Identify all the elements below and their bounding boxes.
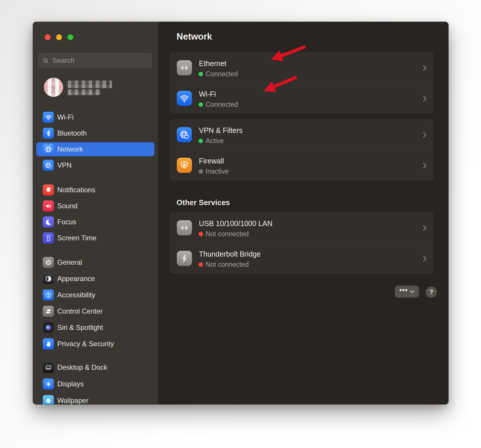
thunderbolt-bridge-row[interactable]: Thunderbolt Bridge Not connected <box>170 243 433 274</box>
ethernet-row[interactable]: Ethernet Connected <box>170 53 433 83</box>
control-center-icon <box>43 306 54 317</box>
sidebar-item-accessibility[interactable]: Accessibility <box>36 288 154 302</box>
sidebar-item-label: Wallpaper <box>57 397 88 404</box>
sidebar-item-control-center[interactable]: Control Center <box>36 304 154 318</box>
row-title: VPN & Filters <box>199 126 243 135</box>
other-services-card: USB 10/100/1000 LAN Not connected Thunde… <box>170 212 433 273</box>
sidebar-item-desktop-dock[interactable]: Desktop & Dock <box>36 360 154 374</box>
sidebar-item-wifi[interactable]: Wi-Fi <box>36 110 154 124</box>
sidebar-item-label: Wi-Fi <box>57 113 74 121</box>
sidebar-item-label: Appearance <box>57 275 95 283</box>
sidebar-item-bluetooth[interactable]: Bluetooth <box>36 126 154 140</box>
wifi-icon <box>43 112 54 123</box>
question-mark-icon: ? <box>429 288 433 296</box>
status-text: Not connected <box>206 261 249 269</box>
page-title: Network <box>177 31 212 42</box>
vpn-filters-icon <box>177 127 192 142</box>
thunderbolt-icon <box>177 251 192 266</box>
sidebar-item-focus[interactable]: Focus <box>36 215 154 229</box>
traffic-light-zoom-button[interactable] <box>67 34 73 40</box>
vpn-filters-row[interactable]: VPN & Filters Active <box>170 120 433 150</box>
other-services-heading: Other Services <box>177 198 230 207</box>
sound-speaker-icon <box>43 200 54 211</box>
sidebar-item-label: VPN <box>57 161 72 169</box>
sidebar-item-wallpaper[interactable]: Wallpaper <box>36 394 154 404</box>
system-settings-window: Wi-Fi Bluetooth Network VPN <box>33 22 448 404</box>
traffic-light-minimize-button[interactable] <box>56 34 62 40</box>
chevron-down-icon <box>410 290 414 293</box>
row-status: Inactive <box>199 168 229 175</box>
chevron-right-icon <box>423 255 427 262</box>
sidebar-item-label: Network <box>57 145 83 153</box>
traffic-light-close-button[interactable] <box>45 34 51 40</box>
sidebar-item-label: Accessibility <box>57 291 95 299</box>
sidebar-item-privacy-security[interactable]: Privacy & Security <box>36 337 154 351</box>
chevron-right-icon <box>423 65 427 71</box>
displays-sun-icon <box>43 378 54 390</box>
search-icon <box>43 58 49 64</box>
usb-lan-row[interactable]: USB 10/100/1000 LAN Not connected <box>170 213 433 243</box>
wifi-icon <box>177 91 192 106</box>
sidebar-item-sound[interactable]: Sound <box>36 199 154 213</box>
sidebar-item-appearance[interactable]: Appearance <box>36 272 154 286</box>
sidebar-item-label: Privacy & Security <box>57 340 114 348</box>
status-text: Not connected <box>206 230 249 238</box>
firewall-row[interactable]: Firewall Inactive <box>170 150 433 181</box>
firewall-icon <box>177 158 192 173</box>
row-status: Active <box>199 137 224 145</box>
row-status: Connected <box>199 70 238 78</box>
search-input[interactable] <box>52 56 147 65</box>
sidebar-item-label: Notifications <box>57 186 95 194</box>
accessibility-icon <box>43 289 54 301</box>
more-options-button[interactable]: ••• <box>395 286 419 298</box>
row-title: USB 10/100/1000 LAN <box>199 219 272 228</box>
screen-time-hourglass-icon <box>43 232 54 243</box>
help-button[interactable]: ? <box>426 287 437 298</box>
profile-subtitle-redacted <box>68 89 100 95</box>
ethernet-icon <box>177 60 192 75</box>
status-dot <box>199 232 203 236</box>
network-panel: Network Ethernet Connected <box>158 22 448 404</box>
desktop-dock-icon <box>43 362 54 373</box>
siri-icon <box>43 322 54 333</box>
wallpaper-flower-icon <box>43 395 54 404</box>
row-title: Thunderbolt Bridge <box>199 250 261 258</box>
sidebar-item-label: Bluetooth <box>57 129 87 137</box>
chevron-right-icon <box>423 225 427 231</box>
sidebar-item-screen-time[interactable]: Screen Time <box>36 231 154 245</box>
sidebar-item-label: General <box>57 258 82 266</box>
chevron-right-icon <box>423 132 427 138</box>
wifi-row[interactable]: Wi-Fi Connected <box>170 83 433 114</box>
sidebar-item-network[interactable]: Network <box>36 142 154 156</box>
search-field[interactable] <box>38 53 152 68</box>
general-gear-icon <box>43 257 54 268</box>
status-dot <box>199 262 203 267</box>
status-text: Active <box>206 137 224 145</box>
sidebar-item-label: Screen Time <box>57 234 97 242</box>
connections-card: Ethernet Connected Wi-Fi Connected <box>170 52 433 113</box>
network-globe-icon <box>43 144 54 155</box>
row-title: Wi-Fi <box>199 90 216 98</box>
sidebar: Wi-Fi Bluetooth Network VPN <box>33 22 158 404</box>
screenshot-page: Wi-Fi Bluetooth Network VPN <box>0 0 481 448</box>
avatar <box>44 78 63 97</box>
appearance-contrast-icon <box>43 273 54 284</box>
sidebar-item-displays[interactable]: Displays <box>36 377 154 391</box>
sidebar-item-siri-spotlight[interactable]: Siri & Spotlight <box>36 321 154 335</box>
status-text: Inactive <box>206 168 229 175</box>
status-dot <box>199 139 203 143</box>
vpn-firewall-card: VPN & Filters Active Firewall Inac <box>170 119 433 180</box>
row-title: Ethernet <box>199 59 227 68</box>
sidebar-item-general[interactable]: General <box>36 255 154 269</box>
status-dot <box>199 169 203 174</box>
chevron-right-icon <box>423 95 427 102</box>
privacy-hand-icon <box>43 338 54 349</box>
usb-lan-icon <box>177 220 192 235</box>
status-text: Connected <box>206 70 238 78</box>
sidebar-item-vpn[interactable]: VPN <box>36 158 154 172</box>
bluetooth-icon <box>43 128 54 139</box>
sidebar-item-notifications[interactable]: Notifications <box>36 183 154 197</box>
row-status: Not connected <box>199 261 249 269</box>
sidebar-item-label: Sound <box>57 202 77 210</box>
ellipsis-icon: ••• <box>399 286 408 294</box>
